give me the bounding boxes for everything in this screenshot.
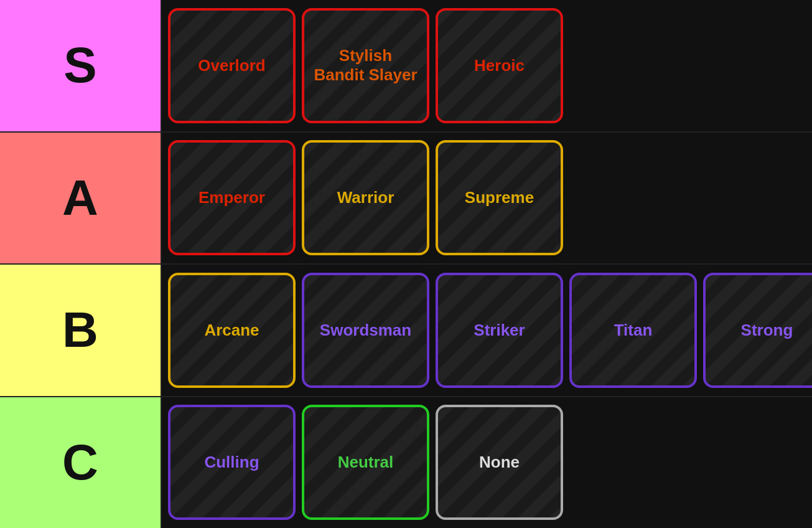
card-label: Culling <box>204 453 259 472</box>
tier-label-s: S <box>0 0 162 131</box>
card-label: Neutral <box>338 453 394 472</box>
card-none[interactable]: None <box>436 405 563 520</box>
card-label: Arcane <box>204 321 259 340</box>
card-swordsman[interactable]: Swordsman <box>302 273 429 388</box>
card-heroic[interactable]: Heroic <box>436 8 563 123</box>
tier-row-s: SOverlordStylishBandit SlayerHeroic <box>0 0 812 133</box>
card-label: Titan <box>614 321 653 340</box>
tier-label-a: A <box>0 133 162 264</box>
card-arcane[interactable]: Arcane <box>168 273 296 388</box>
tier-row-c: CCullingNeutralNone <box>0 397 812 529</box>
tier-items-c: CullingNeutralNone <box>162 397 812 529</box>
card-overlord[interactable]: Overlord <box>168 8 296 123</box>
tier-row-a: AEmperorWarriorSupreme <box>0 133 812 265</box>
card-stylish-bandit-slayer[interactable]: StylishBandit Slayer <box>302 8 429 123</box>
tier-items-a: EmperorWarriorSupreme <box>162 133 812 264</box>
card-label: Supreme <box>465 188 534 207</box>
card-supreme[interactable]: Supreme <box>436 140 563 255</box>
card-label: Heroic <box>474 56 525 75</box>
card-label: Overlord <box>198 56 265 75</box>
card-label: Striker <box>474 321 525 340</box>
tier-items-b: ArcaneSwordsmanStrikerTitanStrong <box>162 265 812 396</box>
card-label: Emperor <box>198 188 265 207</box>
card-emperor[interactable]: Emperor <box>168 140 296 255</box>
tier-table: SOverlordStylishBandit SlayerHeroicAEmpe… <box>0 0 812 528</box>
card-striker[interactable]: Striker <box>436 273 563 388</box>
card-culling[interactable]: Culling <box>168 405 296 520</box>
tier-row-b: BArcaneSwordsmanStrikerTitanStrong <box>0 265 812 397</box>
card-label: Strong <box>741 321 793 340</box>
card-warrior[interactable]: Warrior <box>302 140 429 255</box>
card-label: None <box>479 453 520 472</box>
card-titan[interactable]: Titan <box>569 273 697 388</box>
tier-label-c: C <box>0 397 162 529</box>
card-neutral[interactable]: Neutral <box>302 405 429 520</box>
card-label: Warrior <box>337 188 394 207</box>
card-strong[interactable]: Strong <box>703 273 812 388</box>
tier-label-b: B <box>0 265 162 396</box>
card-label: Swordsman <box>320 321 411 340</box>
card-label: StylishBandit Slayer <box>314 46 417 85</box>
tier-items-s: OverlordStylishBandit SlayerHeroic <box>162 0 812 131</box>
